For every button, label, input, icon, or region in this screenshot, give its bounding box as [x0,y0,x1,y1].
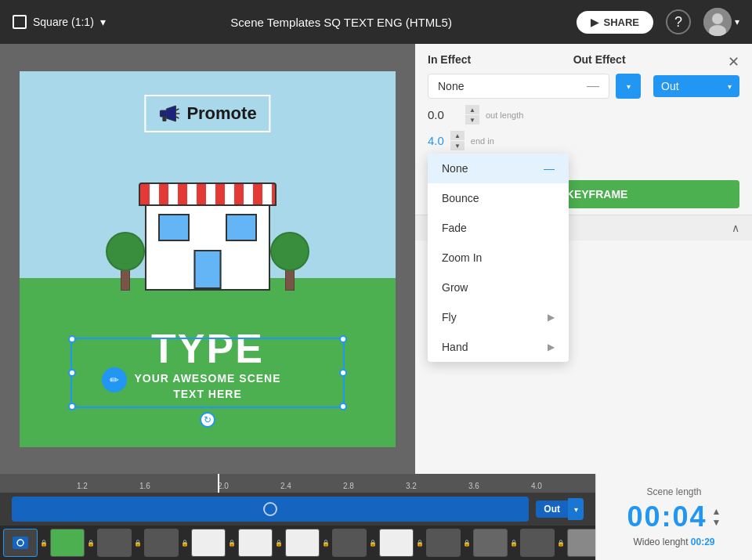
scene-timer-value: 00:04 [627,500,707,533]
dropdown-item-bounce[interactable]: Bounce [428,183,569,213]
end-in-row: 4.0 ▲ ▼ end in [415,128,752,154]
out-length-spinner[interactable]: ▲ ▼ [465,105,479,125]
thumb-lock-0: 🔒 [40,540,48,547]
none-dash: — [587,79,599,93]
main-area: Promote [0,44,752,474]
handle-top-right[interactable] [339,335,347,343]
handle-bottom-right[interactable] [339,403,347,410]
ruler-4-0: 4.0 [531,482,542,490]
format-selector[interactable]: Square (1:1) ▾ [13,15,106,29]
thumb-lock-5: 🔒 [275,540,283,547]
handle-top-left[interactable] [68,335,76,343]
handle-middle-left[interactable] [68,369,76,377]
end-in-value: 4.0 [428,134,444,147]
out-label: Out [536,500,568,518]
transform-chevron-icon: ∧ [732,222,739,234]
in-effect-arrow-button[interactable]: ▾ [616,74,641,99]
none-dropdown-button[interactable]: None — [428,74,609,99]
scene-length-label: Scene length [646,486,701,497]
out-dropdown-arrow-icon: ▾ [728,82,732,91]
timeline-playhead[interactable] [218,474,219,493]
thumb-3[interactable] [144,529,179,557]
end-in-up[interactable]: ▲ [450,131,465,140]
dropdown-item-fade[interactable]: Fade [428,213,569,243]
tree-right [270,228,309,291]
end-in-down[interactable]: ▼ [450,141,465,150]
thumb-10[interactable] [473,529,508,557]
dropdown-item-zoom-in[interactable]: Zoom In [428,243,569,273]
thumb-lock-3: 🔒 [181,540,189,547]
out-arrow-icon[interactable]: ▾ [568,498,584,520]
tree-top-right [270,232,309,271]
dropdown-item-hand[interactable]: Hand ▶ [428,332,569,362]
out-effect-title: Out Effect [573,53,626,70]
svg-line-5 [175,109,179,110]
help-button[interactable]: ? [666,9,691,34]
ruler-1-2: 1.2 [77,482,88,490]
thumb-0[interactable] [3,529,38,557]
thumb-8[interactable] [379,529,414,557]
thumb-lock-8: 🔒 [416,540,424,547]
dropdown-item-fly[interactable]: Fly ▶ [428,302,569,332]
thumb-5[interactable] [238,529,273,557]
user-chevron-icon: ▾ [735,16,739,27]
out-effect-dropdown-wrap: Out ▾ [653,75,739,97]
thumb-lock-10: 🔒 [510,540,518,547]
svg-rect-9 [13,537,28,549]
out-length-label: out length [486,110,523,120]
store-illustration [98,118,317,291]
none-label: None [438,80,464,92]
rotate-handle[interactable]: ↻ [200,412,215,428]
thumb-4[interactable] [191,529,226,557]
out-pill-wrap: Out ▾ [536,497,584,522]
tree-top-left [106,232,145,271]
tree-left [106,228,145,291]
thumb-lock-2: 🔒 [134,540,142,547]
scene-timer-spinners[interactable]: ▲ ▼ [712,507,721,527]
format-label: Square (1:1) [33,16,94,28]
thumb-9[interactable] [426,529,461,557]
svg-point-1 [712,13,723,24]
scene-timer-wrap: 00:04 ▲ ▼ [627,500,721,533]
out-effect-dropdown[interactable]: Out ▾ [653,75,739,97]
dropdown-item-none[interactable]: None — [428,154,569,183]
ruler-1-6: 1.6 [139,482,150,490]
handle-middle-right[interactable] [339,369,347,377]
ruler-3-6: 3.6 [468,482,479,490]
handle-bottom-left[interactable] [68,403,76,410]
out-length-down[interactable]: ▼ [465,115,479,125]
share-button[interactable]: ▶ SHARE [577,11,653,34]
thumb-lock-11: 🔒 [557,540,565,547]
timeline: 1.2 1.6 2.0 2.4 2.8 3.2 3.6 4.0 Out ▾ [0,474,752,560]
user-avatar-wrap[interactable]: ▾ [703,8,739,36]
in-effect-title: In Effect [428,53,471,70]
edit-pencil-button[interactable]: ✏ [102,367,127,392]
store-building [145,197,270,291]
end-in-spinner[interactable]: ▲ ▼ [450,131,465,150]
ruler-2-0: 2.0 [218,482,229,490]
store-window-right [226,214,257,241]
scene-timer-down[interactable]: ▼ [712,518,721,527]
thumb-6[interactable] [285,529,320,557]
close-panel-button[interactable]: ✕ [728,53,739,70]
thumb-1[interactable] [50,529,85,557]
thumb-7[interactable] [332,529,367,557]
dropdown-item-grow[interactable]: Grow [428,273,569,302]
out-length-value: 0.0 [428,108,459,121]
hand-submenu-arrow-icon: ▶ [548,341,555,352]
video-length-label: Wideo lenght [633,537,688,547]
scene-timer-up[interactable]: ▲ [712,507,721,516]
none-selected-icon: — [544,162,555,175]
in-effect-dropdown-menu: None — Bounce Fade Zoom In Grow Fly ▶ Ha… [428,154,569,362]
out-length-up[interactable]: ▲ [465,105,479,114]
store-door [194,250,222,289]
fly-submenu-arrow-icon: ▶ [548,312,555,323]
canvas-frame[interactable]: Promote [20,71,396,447]
track-bar[interactable] [12,497,529,522]
thumb-11[interactable] [520,529,555,557]
out-length-row: 0.0 ▲ ▼ out length [415,102,752,128]
header: Square (1:1) ▾ Scene Templates SQ TEXT E… [0,0,752,44]
ruler-3-2: 3.2 [406,482,417,490]
thumb-2[interactable] [97,529,132,557]
thumb-lock-6: 🔒 [322,540,330,547]
